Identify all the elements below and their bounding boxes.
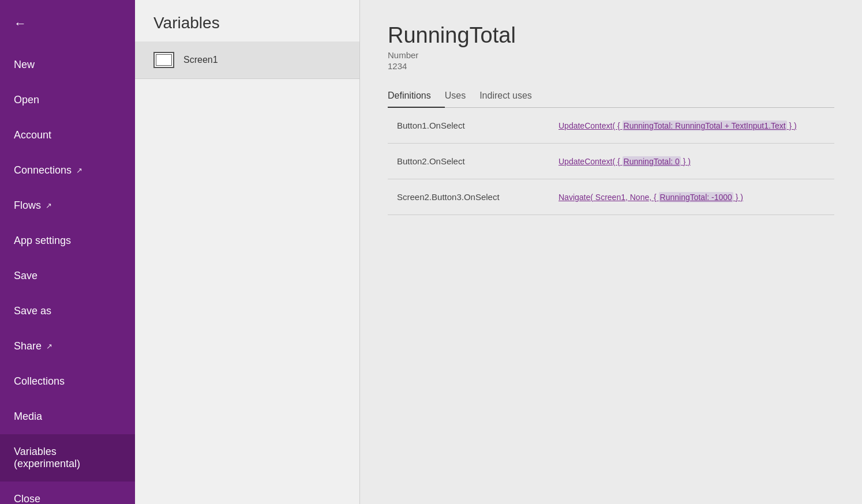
sidebar-item-label: Variables (experimental) — [14, 446, 121, 470]
sidebar-item-variables[interactable]: Variables (experimental) — [0, 434, 135, 482]
definition-formula-link[interactable]: UpdateContext( { RunningTotal: RunningTo… — [559, 121, 797, 131]
sidebar-item-label: Flows — [14, 200, 41, 212]
table-row: Button1.OnSelect UpdateContext( { Runnin… — [388, 108, 834, 144]
variable-value: 1234 — [388, 61, 834, 71]
tab-indirect-uses[interactable]: Indirect uses — [479, 85, 546, 108]
definition-formula-link[interactable]: UpdateContext( { RunningTotal: 0 } ) — [559, 156, 691, 167]
definition-formula-cell: Navigate( Screen1, None, { RunningTotal:… — [549, 179, 834, 215]
variable-type: Number — [388, 50, 834, 60]
sidebar-item-label: Save — [14, 270, 38, 282]
panel-title: Variables — [135, 0, 359, 42]
variable-name: RunningTotal — [388, 23, 834, 48]
sidebar-item-new[interactable]: New — [0, 47, 135, 82]
screen-icon — [153, 52, 174, 68]
definition-formula-link[interactable]: Navigate( Screen1, None, { RunningTotal:… — [559, 192, 743, 202]
sidebar-item-label: Connections — [14, 164, 72, 176]
sidebar-item-label: Collections — [14, 375, 65, 388]
sidebar-item-close[interactable]: Close — [0, 482, 135, 504]
sidebar-item-label: Open — [14, 94, 39, 106]
screen-label: Screen1 — [183, 55, 218, 65]
definition-formula-cell: UpdateContext( { RunningTotal: RunningTo… — [549, 108, 834, 144]
screen-icon-inner — [156, 54, 172, 66]
screen-list: Screen1 — [135, 42, 359, 504]
sidebar-item-save-as[interactable]: Save as — [0, 294, 135, 329]
sidebar-item-label: Share — [14, 340, 42, 352]
back-button[interactable]: ← — [0, 0, 135, 47]
definition-name: Screen2.Button3.OnSelect — [388, 179, 549, 215]
definition-name: Button2.OnSelect — [388, 144, 549, 179]
screen-item[interactable]: Screen1 — [135, 42, 359, 79]
sidebar-item-label: New — [14, 59, 35, 71]
sidebar-item-label: App settings — [14, 235, 71, 247]
table-row: Screen2.Button3.OnSelect Navigate( Scree… — [388, 179, 834, 215]
sidebar-item-account[interactable]: Account — [0, 118, 135, 153]
sidebar-item-app-settings[interactable]: App settings — [0, 223, 135, 258]
sidebar-item-save[interactable]: Save — [0, 258, 135, 294]
definition-formula-cell: UpdateContext( { RunningTotal: 0 } ) — [549, 144, 834, 179]
sidebar-item-open[interactable]: Open — [0, 82, 135, 118]
definitions-table: Button1.OnSelect UpdateContext( { Runnin… — [388, 108, 834, 215]
main-content: RunningTotal Number 1234 Definitions Use… — [360, 0, 862, 504]
sidebar-item-media[interactable]: Media — [0, 399, 135, 434]
tab-definitions[interactable]: Definitions — [388, 85, 445, 108]
sidebar-item-collections[interactable]: Collections — [0, 364, 135, 399]
sidebar-item-label: Media — [14, 411, 42, 423]
definition-name: Button1.OnSelect — [388, 108, 549, 144]
tab-uses[interactable]: Uses — [445, 85, 479, 108]
middle-panel: Variables Screen1 — [135, 0, 360, 504]
back-arrow-icon: ← — [14, 16, 27, 31]
sidebar-item-share[interactable]: Share ↗ — [0, 329, 135, 364]
sidebar-item-label: Account — [14, 129, 51, 141]
sidebar-item-label: Close — [14, 493, 40, 504]
external-link-icon: ↗ — [46, 201, 52, 210]
sidebar-item-label: Save as — [14, 305, 51, 317]
sidebar-item-flows[interactable]: Flows ↗ — [0, 188, 135, 223]
external-link-icon: ↗ — [76, 166, 83, 175]
tabs-bar: Definitions Uses Indirect uses — [388, 85, 834, 108]
sidebar: ← New Open Account Connections ↗ Flows ↗… — [0, 0, 135, 504]
sidebar-item-connections[interactable]: Connections ↗ — [0, 153, 135, 188]
table-row: Button2.OnSelect UpdateContext( { Runnin… — [388, 144, 834, 179]
external-link-icon: ↗ — [46, 342, 53, 351]
